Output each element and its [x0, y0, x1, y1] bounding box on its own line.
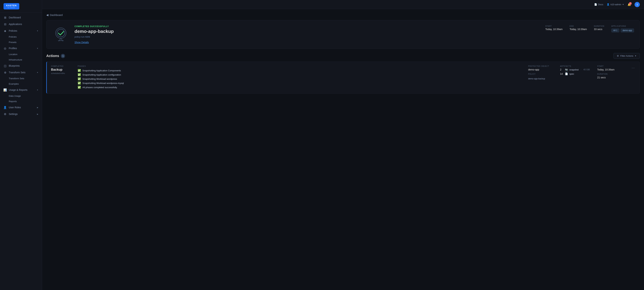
protected-value: demo-app [528, 68, 554, 71]
filter-actions-button[interactable]: ⚙ Filter Actions ▼ [614, 53, 640, 59]
start-block: START Today, 10:39am [545, 25, 563, 31]
artifact-2-count: 14 [560, 72, 564, 75]
success-subtitle: policy-run-h8rlk [74, 35, 540, 38]
usage-reports-icon: 📊 [4, 88, 7, 92]
sidebar-item-policies-sub[interactable]: Policies [0, 34, 42, 39]
phase-check-icon: ✅ [78, 69, 81, 72]
success-title: demo-app-backup [74, 29, 540, 34]
action-status-label: COMPLETED [51, 65, 72, 67]
show-details-button[interactable]: Show Details [74, 41, 89, 44]
user-roles-icon: 👤 [4, 106, 7, 109]
phase-item-1: ✅ Snapshotting Application Components [78, 69, 522, 72]
sidebar-item-label: Dashboard [9, 16, 38, 19]
sidebar-item-examples-sub[interactable]: Examples [0, 81, 42, 87]
sidebar-item-blueprints[interactable]: ◫ Blueprints [0, 62, 42, 69]
sidebar-item-policies[interactable]: ◈ Policies ▼ [0, 27, 42, 34]
start-col-label: START [597, 65, 625, 67]
sidebar-item-transform-sets[interactable]: ⊛ Transform Sets ▼ [0, 69, 42, 76]
user-label: k10-admin [610, 3, 621, 6]
avatar-letter: 1 [636, 3, 638, 6]
logo: KASTEN by Veeam [4, 3, 19, 9]
sidebar-item-transform-sets-sub[interactable]: Transform Sets [0, 76, 42, 81]
dashboard-icon: ⊞ [4, 16, 7, 19]
logo-bottom: by Veeam [8, 7, 15, 8]
artifacts-col: ARTIFACTS 2 📷 snapshot · 40 GiB 14 📄 spe… [560, 65, 592, 77]
sidebar-item-label: Usage & Reports [9, 89, 34, 91]
sidebar-item-applications[interactable]: ⊟ Applications [0, 21, 42, 27]
sidebar-item-label: Applications [9, 23, 38, 25]
sidebar-item-label: Settings [9, 113, 35, 116]
success-info: COMPLETED SUCCESSFULLY demo-app-backup p… [74, 25, 540, 44]
start-label: START [545, 25, 563, 27]
sidebar-item-settings[interactable]: ⚙ Settings ▶ [0, 111, 42, 117]
policy-value: demo-app-backup [528, 77, 554, 80]
applications-icon: ⊟ [4, 22, 7, 26]
profiles-icon: ◎ [4, 47, 7, 50]
success-card: COMPLETED SUCCESSFULLY demo-app-backup p… [46, 20, 640, 49]
sub-item-label: Presets [9, 41, 16, 44]
duration-value: 33 secs [594, 28, 604, 31]
spec-icon: 📄 [565, 72, 568, 75]
sub-item-label: Reports [9, 100, 17, 103]
action-menu-button[interactable]: ⋯ [631, 65, 636, 70]
duration-col-value: 21 secs [597, 76, 625, 79]
chevron-down-icon: ▼ [37, 47, 38, 49]
filter-chevron-icon: ▼ [635, 55, 636, 57]
sidebar-nav: ⊞ Dashboard ⊟ Applications ◈ Policies ▼ … [0, 13, 42, 290]
user-menu[interactable]: 👤 k10-admin ▼ [607, 3, 624, 6]
topbar: 📄 Docs 👤 k10-admin ▼ 🔔 1 1 [42, 0, 644, 9]
duration-label: DURATION [594, 25, 604, 27]
docs-icon: 📄 [594, 3, 597, 6]
phase-text: Snapshotting Workload wordpress-mysql [82, 82, 124, 85]
avatar[interactable]: 1 [634, 2, 640, 7]
artifact-1-size-val: 40 GiB [583, 68, 590, 71]
settings-icon: ⚙ [4, 113, 7, 116]
action-name: Backup [51, 68, 72, 72]
start-col: START Today, 10:39am DURATION 21 secs [597, 65, 625, 79]
phase-check-icon: ✅ [78, 73, 81, 76]
applications-label: APPLICATIONS [612, 25, 634, 27]
sidebar-item-user-roles[interactable]: 👤 User Roles ▶ [0, 104, 42, 111]
actions-count-badge: 1 [61, 54, 65, 58]
logo-top: KASTEN [6, 4, 16, 7]
notification-bell[interactable]: 🔔 1 [628, 3, 631, 6]
phases-col: PHASES ✅ Snapshotting Application Compon… [78, 65, 522, 90]
chevron-right-icon: ▶ [37, 107, 38, 109]
sidebar-item-presets-sub[interactable]: Presets [0, 39, 42, 45]
sidebar-item-profiles[interactable]: ◎ Profiles ▼ [0, 45, 42, 52]
sidebar-item-infrastructure-sub[interactable]: Infrastructure [0, 57, 42, 62]
protected-col: PROTECTED OBJECT demo-app POLICY demo-ap… [528, 65, 554, 80]
sidebar-item-data-usage-sub[interactable]: Data Usage [0, 93, 42, 99]
actions-header: Actions 1 ⚙ Filter Actions ▼ [46, 53, 640, 59]
app-name-tag: demo-app [621, 28, 634, 32]
sub-item-label: Infrastructure [9, 58, 22, 61]
transform-sets-icon: ⊛ [4, 71, 7, 74]
policies-icon: ◈ [4, 29, 7, 32]
page-content: ◀ Dashboard COMPLETED SUCCESSFULLY demo-… [42, 9, 644, 290]
user-chevron-icon: ▼ [622, 3, 624, 5]
sub-item-label: Policies [9, 35, 17, 38]
duration-block: DURATION 33 secs [594, 25, 604, 31]
protected-label: PROTECTED OBJECT [528, 65, 554, 67]
end-value: Today, 10:39am [570, 28, 587, 31]
artifact-1-count: 2 [560, 68, 564, 71]
action-id: scheduled-ln9hc [51, 72, 72, 74]
duration-col-label: DURATION [597, 73, 625, 75]
chevron-down-icon: ▼ [37, 30, 38, 32]
phase-check-icon: ✅ [78, 86, 81, 89]
phases-label: PHASES [78, 65, 522, 67]
sidebar-item-usage-reports[interactable]: 📊 Usage & Reports ▼ [0, 87, 42, 93]
action-status-col: COMPLETED Backup scheduled-ln9hc [51, 65, 72, 74]
sub-item-label: Transform Sets [9, 77, 24, 80]
sidebar-item-label: Transform Sets [9, 71, 34, 74]
sidebar-item-location-sub[interactable]: Location [0, 52, 42, 57]
docs-link[interactable]: 📄 Docs [594, 3, 603, 6]
start-col-value: Today, 10:39am [597, 68, 625, 71]
sidebar-item-reports-sub[interactable]: Reports [0, 99, 42, 104]
sidebar-item-label: Blueprints [9, 64, 38, 67]
actions-title-row: Actions 1 [46, 54, 65, 58]
breadcrumb: ◀ Dashboard [46, 13, 640, 17]
sidebar-item-dashboard[interactable]: ⊞ Dashboard [0, 14, 42, 21]
app-count-tag: All 1 [612, 28, 619, 32]
back-button[interactable]: ◀ [46, 13, 48, 17]
